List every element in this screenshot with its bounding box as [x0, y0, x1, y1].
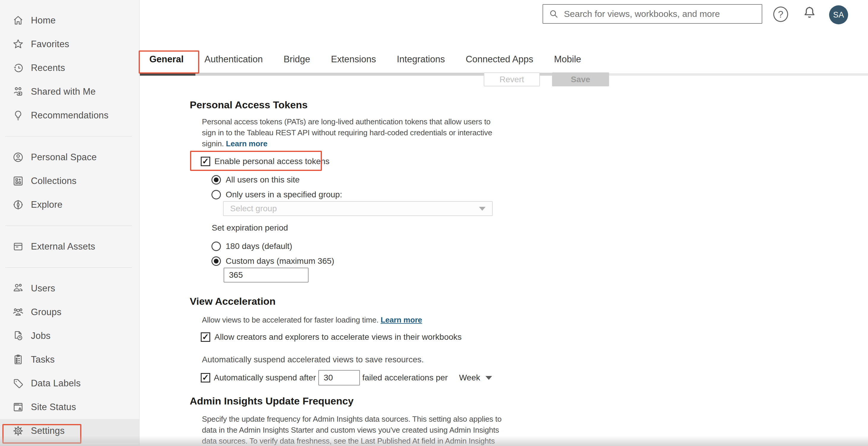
sidebar-item-shared-with-me[interactable]: Shared with Me: [0, 80, 139, 104]
recents-icon: [12, 62, 24, 74]
gear-icon: [12, 425, 24, 437]
sidebar-item-settings[interactable]: Settings: [0, 419, 139, 443]
admin-insights-description: Specify the update frequency for Admin I…: [202, 414, 501, 446]
group-select[interactable]: Select group: [223, 201, 493, 216]
va-learn-more-link[interactable]: Learn more: [381, 315, 422, 324]
lightbulb-icon: [12, 109, 24, 122]
specified-group-label: Only users in a specified group:: [226, 190, 342, 199]
archive-icon: [12, 240, 24, 253]
sidebar-item-jobs[interactable]: Jobs: [0, 324, 139, 348]
search-icon: [549, 9, 559, 19]
days-180-radio-row: 180 days (default): [211, 242, 292, 251]
revert-button[interactable]: Revert: [484, 72, 540, 87]
settings-tabs: General Authentication Bridge Extensions…: [149, 53, 581, 66]
sidebar-item-label: Data Labels: [31, 378, 81, 389]
sidebar-item-label: Recents: [31, 63, 65, 73]
home-icon: [12, 14, 24, 27]
avatar-initials: SA: [833, 10, 844, 20]
pat-learn-more-link[interactable]: Learn more: [226, 139, 268, 148]
sidebar-item-collections[interactable]: Collections: [0, 169, 139, 193]
browser-warning-icon: [12, 401, 24, 413]
users-icon: [12, 282, 24, 295]
sidebar-item-site-status[interactable]: Site Status: [0, 395, 139, 419]
collections-icon: [12, 175, 24, 187]
enable-pat-checkbox[interactable]: [201, 157, 210, 166]
days-180-label: 180 days (default): [226, 242, 292, 251]
sidebar-item-label: External Assets: [31, 241, 95, 252]
specified-group-radio-row: Only users in a specified group:: [211, 190, 342, 199]
search-input[interactable]: [563, 9, 756, 19]
sidebar-item-data-labels[interactable]: Data Labels: [0, 372, 139, 395]
sidebar-item-label: Users: [31, 283, 55, 294]
sidebar-item-favorites[interactable]: Favorites: [0, 32, 139, 56]
sidebar-item-label: Jobs: [31, 331, 51, 341]
sidebar-divider: [5, 226, 132, 226]
suspend-period-select[interactable]: Week: [459, 373, 492, 382]
sidebar-item-tasks[interactable]: Tasks: [0, 348, 139, 372]
pat-section-title: Personal Access Tokens: [190, 99, 308, 111]
sidebar-divider: [5, 267, 132, 268]
bell-icon: [802, 5, 817, 21]
active-tab-underline: [140, 73, 195, 76]
suspend-intro-text: Automatically suspend accelerated views …: [202, 355, 424, 365]
star-icon: [12, 38, 24, 50]
clipboard-icon: [12, 353, 24, 366]
specified-group-radio[interactable]: [211, 190, 221, 199]
sidebar-item-recents[interactable]: Recents: [0, 56, 139, 80]
sidebar-item-label: Tasks: [31, 354, 55, 365]
save-button[interactable]: Save: [552, 72, 609, 87]
auto-suspend-label: Automatically suspend after: [214, 373, 316, 382]
expiration-period-label: Set expiration period: [212, 223, 288, 233]
notifications-button[interactable]: [802, 5, 817, 23]
shared-with-me-icon: [12, 85, 24, 98]
auto-suspend-checkbox[interactable]: [201, 373, 210, 382]
custom-days-radio[interactable]: [211, 256, 221, 266]
chevron-down-icon: [479, 207, 486, 211]
sidebar-item-explore[interactable]: Explore: [0, 193, 139, 217]
tab-integrations[interactable]: Integrations: [397, 53, 445, 66]
sidebar-item-label: Home: [31, 15, 56, 26]
sidebar-item-recommendations[interactable]: Recommendations: [0, 104, 139, 127]
document-clock-icon: [12, 330, 24, 342]
sidebar-item-groups[interactable]: Groups: [0, 300, 139, 324]
sidebar-item-label: Groups: [31, 307, 61, 317]
search-box[interactable]: [542, 4, 762, 24]
compass-icon: [12, 199, 24, 211]
custom-days-input[interactable]: [224, 268, 309, 282]
custom-days-label: Custom days (maximum 365): [226, 256, 334, 266]
sidebar-item-label: Collections: [31, 176, 76, 186]
pat-description: Personal access tokens (PATs) are long-l…: [202, 116, 492, 149]
tab-general[interactable]: General: [149, 53, 184, 66]
tab-bridge[interactable]: Bridge: [284, 53, 310, 66]
tab-extensions[interactable]: Extensions: [331, 53, 376, 66]
allow-acceleration-row: Allow creators and explorers to accelera…: [201, 332, 462, 342]
sidebar-item-personal-space[interactable]: Personal Space: [0, 145, 139, 169]
question-mark-icon: ?: [778, 9, 783, 20]
allow-acceleration-label: Allow creators and explorers to accelera…: [214, 332, 462, 342]
sidebar-item-label: Favorites: [31, 39, 69, 49]
custom-days-radio-row: Custom days (maximum 365): [211, 256, 334, 266]
sidebar-item-external-assets[interactable]: External Assets: [0, 235, 139, 259]
admin-insights-title: Admin Insights Update Frequency: [190, 395, 354, 407]
sidebar-item-label: Settings: [31, 425, 65, 436]
days-180-radio[interactable]: [211, 242, 221, 251]
tab-mobile[interactable]: Mobile: [554, 53, 581, 66]
enable-pat-row: Enable personal access tokens: [201, 157, 330, 166]
avatar[interactable]: SA: [829, 5, 848, 24]
group-select-placeholder: Select group: [230, 204, 479, 213]
tab-authentication[interactable]: Authentication: [204, 53, 262, 66]
sidebar-item-label: Site Status: [31, 402, 76, 412]
all-users-radio[interactable]: [211, 175, 221, 184]
tab-connected-apps[interactable]: Connected Apps: [466, 53, 533, 66]
all-users-radio-row: All users on this site: [211, 175, 300, 184]
suspend-count-input[interactable]: [318, 370, 360, 385]
chevron-down-icon: [486, 376, 492, 380]
auto-suspend-row: Automatically suspend after failed accel…: [201, 370, 492, 385]
view-acceleration-description: Allow views to be accelerated for faster…: [202, 314, 422, 325]
help-button[interactable]: ?: [773, 6, 788, 22]
sidebar-item-label: Recommendations: [31, 110, 108, 121]
allow-acceleration-checkbox[interactable]: [201, 332, 210, 342]
sidebar-item-users[interactable]: Users: [0, 277, 139, 300]
suspend-period-value: Week: [459, 373, 480, 382]
sidebar-item-home[interactable]: Home: [0, 9, 139, 32]
